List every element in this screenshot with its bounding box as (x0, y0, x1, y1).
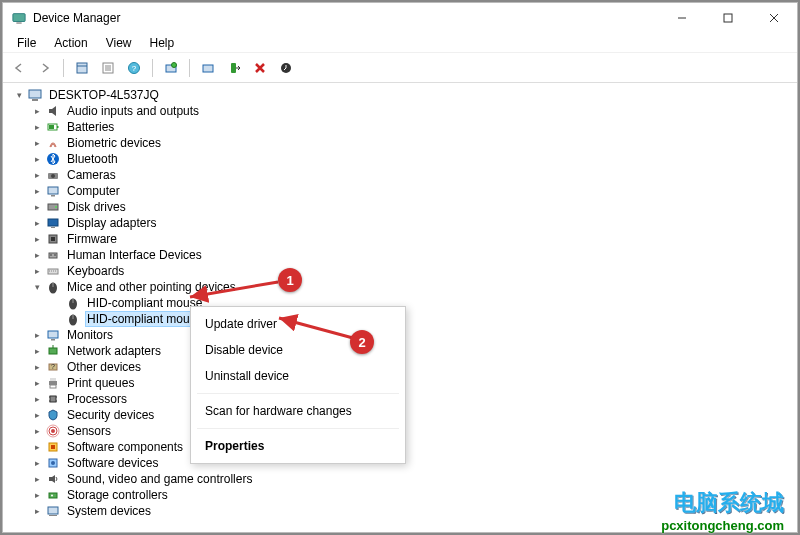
chevron-right-icon[interactable]: ▸ (31, 169, 43, 181)
category-label: System devices (65, 504, 153, 518)
chevron-right-icon[interactable]: ▸ (31, 233, 43, 245)
chevron-right-icon[interactable]: ▸ (31, 185, 43, 197)
menu-action[interactable]: Action (46, 34, 95, 52)
help-toolbar-button[interactable]: ? (122, 56, 146, 80)
swcomp-icon (45, 439, 61, 455)
category-label: Other devices (65, 360, 143, 374)
toolbar-separator (63, 59, 64, 77)
category-node[interactable]: ▸Cameras (7, 167, 793, 183)
menu-file[interactable]: File (9, 34, 44, 52)
category-label: Security devices (65, 408, 156, 422)
category-node[interactable]: ▸Disk drives (7, 199, 793, 215)
category-node[interactable]: ▸System devices (7, 503, 793, 519)
chevron-right-icon[interactable]: ▸ (31, 505, 43, 517)
chevron-right-icon[interactable]: ▸ (31, 441, 43, 453)
menu-view[interactable]: View (98, 34, 140, 52)
menu-scan-hardware[interactable]: Scan for hardware changes (191, 398, 405, 424)
keyboard-icon (45, 263, 61, 279)
category-node[interactable]: ▸Computer (7, 183, 793, 199)
chevron-right-icon[interactable]: ▸ (31, 265, 43, 277)
chevron-down-icon[interactable]: ▾ (31, 281, 43, 293)
category-node[interactable]: ▸Bluetooth (7, 151, 793, 167)
svg-rect-3 (724, 14, 732, 22)
maximize-button[interactable] (705, 3, 751, 33)
chevron-right-icon[interactable]: ▸ (31, 361, 43, 373)
menu-uninstall-device[interactable]: Uninstall device (191, 363, 405, 389)
category-node[interactable]: ▸Biometric devices (7, 135, 793, 151)
svg-rect-70 (49, 515, 57, 516)
chevron-right-icon[interactable]: ▸ (31, 425, 43, 437)
svg-rect-20 (32, 99, 38, 101)
chevron-right-icon[interactable]: ▸ (31, 105, 43, 117)
annotation-badge-2: 2 (350, 330, 374, 354)
category-node[interactable]: ▸Display adapters (7, 215, 793, 231)
chevron-right-icon[interactable]: ▸ (31, 377, 43, 389)
battery-icon (45, 119, 61, 135)
printer-icon (45, 375, 61, 391)
enable-device-button[interactable] (222, 56, 246, 80)
device-label: HID-compliant mouse (85, 311, 204, 327)
category-label: Network adapters (65, 344, 163, 358)
chevron-right-icon[interactable]: ▸ (31, 489, 43, 501)
scan-hardware-button[interactable] (159, 56, 183, 80)
computer-icon (45, 183, 61, 199)
chevron-down-icon[interactable]: ▾ (13, 89, 25, 101)
category-node[interactable]: ▸Batteries (7, 119, 793, 135)
svg-rect-35 (49, 253, 57, 258)
minimize-button[interactable] (659, 3, 705, 33)
properties-toolbar-button[interactable] (96, 56, 120, 80)
chevron-right-icon[interactable]: ▸ (31, 121, 43, 133)
cpu-icon (45, 391, 61, 407)
svg-rect-0 (13, 14, 25, 22)
svg-rect-64 (51, 445, 55, 449)
chevron-right-icon[interactable]: ▸ (31, 457, 43, 469)
system-icon (45, 503, 61, 519)
svg-rect-34 (51, 237, 55, 241)
menu-help[interactable]: Help (142, 34, 183, 52)
svg-point-37 (54, 254, 56, 256)
biometric-icon (45, 135, 61, 151)
forward-button[interactable] (33, 56, 57, 80)
chevron-right-icon[interactable]: ▸ (31, 153, 43, 165)
audio-icon (45, 103, 61, 119)
root-node[interactable]: ▾ DESKTOP-4L537JQ (7, 87, 793, 103)
sensor-icon (45, 423, 61, 439)
chevron-right-icon[interactable]: ▸ (31, 345, 43, 357)
category-label: Monitors (65, 328, 115, 342)
disable-device-button[interactable] (274, 56, 298, 80)
category-node[interactable]: ▸Storage controllers (7, 487, 793, 503)
category-node[interactable]: ▸Sound, video and game controllers (7, 471, 793, 487)
svg-rect-6 (77, 63, 87, 73)
category-node[interactable]: ▸Keyboards (7, 263, 793, 279)
category-node[interactable]: ▸Audio inputs and outputs (7, 103, 793, 119)
show-hide-button[interactable] (70, 56, 94, 80)
chevron-right-icon[interactable]: ▸ (31, 217, 43, 229)
svg-rect-22 (57, 126, 59, 128)
chevron-right-icon[interactable]: ▸ (31, 393, 43, 405)
category-label: Processors (65, 392, 129, 406)
toolbar: ? (3, 53, 797, 83)
chevron-right-icon[interactable]: ▸ (31, 473, 43, 485)
toolbar-separator (189, 59, 190, 77)
menu-properties[interactable]: Properties (191, 433, 405, 459)
chevron-right-icon[interactable]: ▸ (31, 249, 43, 261)
titlebar: Device Manager (3, 3, 797, 33)
spacer (51, 313, 63, 325)
close-button[interactable] (751, 3, 797, 33)
chevron-right-icon[interactable]: ▸ (31, 137, 43, 149)
category-label: Software devices (65, 456, 160, 470)
chevron-right-icon[interactable]: ▸ (31, 329, 43, 341)
svg-rect-16 (203, 65, 213, 72)
uninstall-device-button[interactable] (248, 56, 272, 80)
security-icon (45, 407, 61, 423)
chevron-right-icon[interactable]: ▸ (31, 201, 43, 213)
category-node[interactable]: ▸Firmware (7, 231, 793, 247)
update-driver-toolbar-button[interactable] (196, 56, 220, 80)
toolbar-separator (152, 59, 153, 77)
bluetooth-icon (45, 151, 61, 167)
svg-point-66 (51, 461, 55, 465)
category-node[interactable]: ▸Human Interface Devices (7, 247, 793, 263)
chevron-right-icon[interactable]: ▸ (31, 409, 43, 421)
category-mice[interactable]: ▾ Mice and other pointing devices (7, 279, 793, 295)
back-button[interactable] (7, 56, 31, 80)
